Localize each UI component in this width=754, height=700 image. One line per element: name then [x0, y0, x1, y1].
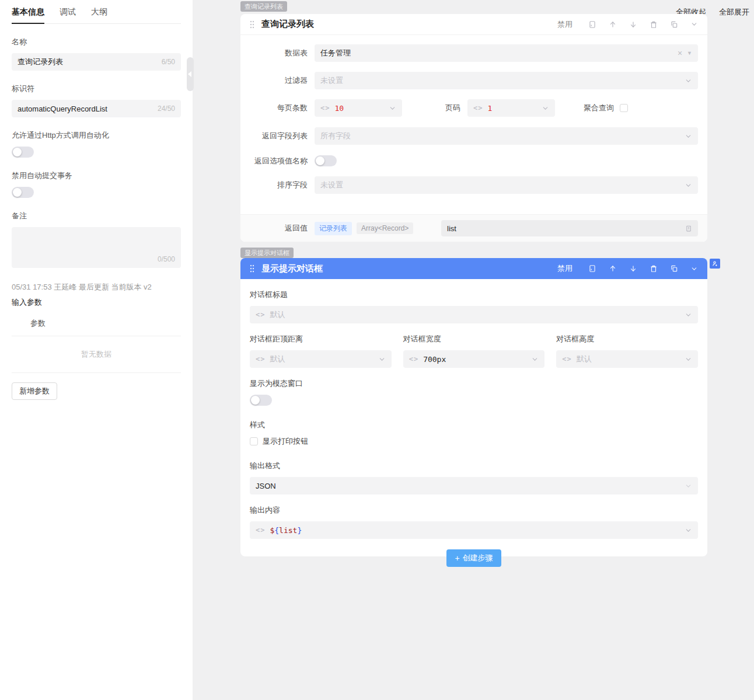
output-content-label: 输出内容	[250, 505, 698, 516]
sort-select[interactable]: 未设置	[315, 176, 698, 194]
return-value-label: 返回值	[250, 223, 308, 234]
document-icon[interactable]	[588, 20, 596, 29]
return-fields-placeholder: 所有字段	[320, 131, 680, 141]
arrow-down-icon[interactable]	[629, 264, 637, 273]
output-format-value: JSON	[256, 482, 680, 490]
modal-window-toggle[interactable]	[250, 395, 272, 406]
step2-disable-button[interactable]: 禁用	[557, 263, 573, 274]
remark-label: 备注	[12, 211, 181, 221]
filter-placeholder: 未设置	[320, 75, 680, 86]
copy-icon[interactable]	[670, 264, 678, 273]
document-icon[interactable]	[588, 264, 596, 273]
caret-down-icon: ▼	[687, 50, 692, 56]
chevron-down-icon	[542, 105, 549, 112]
output-content-select[interactable]: <> ${list}	[250, 521, 698, 539]
chevron-down-icon	[685, 356, 692, 363]
dialog-title-placeholder: 默认	[270, 309, 680, 320]
page-size-label: 每页条数	[250, 103, 308, 113]
print-button-checkbox[interactable]	[250, 437, 258, 445]
name-value: 查询记录列表	[18, 57, 63, 67]
dialog-top-placeholder: 默认	[270, 354, 373, 364]
dialog-width-label: 对话框宽度	[403, 334, 545, 344]
aggregate-checkbox[interactable]	[620, 104, 628, 112]
tab-basic-info[interactable]: 基本信息	[12, 7, 44, 23]
datatable-label: 数据表	[250, 48, 308, 58]
datatable-select[interactable]: 任务管理 × ▼	[315, 44, 698, 62]
filter-select[interactable]: 未设置	[315, 72, 698, 89]
step1-title: 查询记录列表	[261, 19, 557, 30]
page-label: 页码	[402, 103, 460, 113]
page-select[interactable]: <> 1	[467, 99, 555, 117]
dialog-width-select[interactable]: <> 700px	[403, 350, 545, 368]
step1-card: 查询记录列表 禁用 数据表 任务管理 × ▼ 过滤器 未设置	[240, 14, 707, 242]
step1-header: 查询记录列表 禁用	[240, 14, 707, 35]
last-updated-meta: 05/31 17:53 王延峰 最后更新 当前版本 v2	[12, 282, 181, 292]
arrow-down-icon[interactable]	[629, 20, 637, 29]
chevron-down-icon[interactable]	[690, 20, 698, 28]
print-button-label: 显示打印按钮	[263, 436, 308, 447]
return-variable-input[interactable]: list	[441, 220, 698, 236]
return-variable-value: list	[447, 224, 456, 233]
return-fields-label: 返回字段列表	[250, 131, 308, 141]
sidebar-collapse-handle[interactable]	[187, 57, 194, 91]
identifier-input[interactable]: automaticQueryRecordList 24/50	[12, 100, 181, 117]
style-label: 样式	[250, 420, 698, 430]
step1-disable-button[interactable]: 禁用	[557, 19, 573, 30]
add-param-button[interactable]: 新增参数	[12, 382, 57, 400]
trash-icon[interactable]	[650, 20, 658, 29]
arrow-up-icon[interactable]	[609, 264, 617, 273]
return-type-badge: 记录列表	[315, 222, 352, 235]
arrow-up-icon[interactable]	[609, 20, 617, 29]
clear-icon[interactable]: ×	[678, 48, 682, 58]
name-input[interactable]: 查询记录列表 6/50	[12, 53, 181, 71]
chevron-down-icon	[685, 182, 692, 189]
sort-placeholder: 未设置	[320, 180, 680, 190]
name-label: 名称	[12, 37, 181, 47]
step2-card: 显示提示对话框 禁用 对话框标题 <> 默认 对话框距顶距离	[240, 258, 707, 556]
dialog-top-select[interactable]: <> 默认	[250, 350, 392, 368]
trash-icon[interactable]	[650, 264, 658, 273]
step2-title: 显示提示对话框	[261, 263, 557, 274]
name-counter: 6/50	[162, 58, 175, 66]
datatable-value: 任务管理	[320, 48, 673, 58]
code-icon: <>	[473, 104, 483, 112]
dialog-width-value: 700px	[423, 355, 526, 364]
collaborator-user-icon	[710, 259, 720, 269]
code-icon: <>	[256, 526, 265, 534]
output-format-select[interactable]: JSON	[250, 477, 698, 494]
expand-all-link[interactable]: 全部展开	[719, 7, 749, 18]
step1-tag: 查询记录列表	[240, 1, 287, 12]
dialog-height-select[interactable]: <> 默认	[556, 350, 698, 368]
chevron-down-icon	[685, 527, 692, 534]
remark-textarea[interactable]: 0/500	[12, 227, 181, 268]
step2-tag: 显示提示对话框	[240, 248, 294, 258]
page-value: 1	[487, 104, 537, 113]
http-call-toggle[interactable]	[12, 147, 34, 158]
modal-window-label: 显示为模态窗口	[250, 378, 698, 389]
chevron-down-icon	[389, 105, 396, 112]
tab-outline[interactable]: 大纲	[91, 7, 107, 23]
http-call-label: 允许通过Http方式调用自动化	[12, 130, 181, 141]
drag-handle-icon[interactable]	[250, 20, 254, 29]
copy-icon[interactable]	[670, 20, 678, 29]
step2-header: 显示提示对话框 禁用	[240, 258, 707, 279]
copy-icon[interactable]	[685, 225, 692, 232]
aggregate-label: 聚合查询	[584, 103, 614, 113]
params-empty-text: 暂无数据	[12, 336, 181, 373]
create-step-button[interactable]: + 创建步骤	[446, 549, 501, 567]
dialog-title-select[interactable]: <> 默认	[250, 306, 698, 323]
tab-debug[interactable]: 调试	[60, 7, 76, 23]
chevron-down-icon	[685, 311, 692, 319]
chevron-down-icon[interactable]	[690, 265, 698, 273]
code-icon: <>	[320, 104, 330, 112]
drag-handle-icon[interactable]	[250, 264, 254, 273]
code-icon: <>	[256, 311, 265, 319]
dialog-top-label: 对话框距顶距离	[250, 334, 392, 344]
return-option-name-toggle[interactable]	[315, 155, 337, 166]
return-fields-select[interactable]: 所有字段	[315, 127, 698, 145]
disable-autocommit-toggle[interactable]	[12, 187, 34, 198]
chevron-down-icon	[378, 356, 386, 363]
remark-counter: 0/500	[158, 255, 175, 263]
return-type-code-badge: Array<Record>	[357, 222, 413, 234]
page-size-select[interactable]: <> 10	[315, 99, 402, 117]
